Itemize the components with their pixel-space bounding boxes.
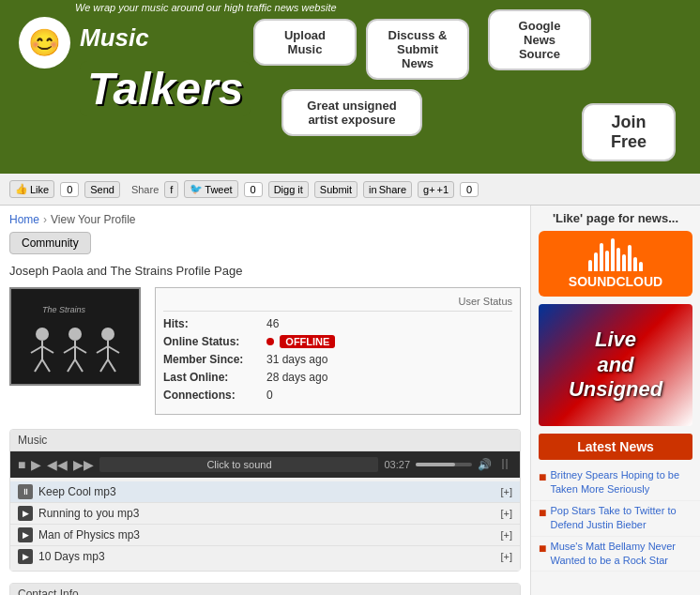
like-count: 0: [60, 182, 79, 197]
news-link-1[interactable]: Pop Stars Take to Twitter to Defend Just…: [550, 504, 692, 533]
main-container: Home › View Your Profile Community Josep…: [0, 206, 700, 595]
community-button[interactable]: Community: [9, 232, 91, 254]
wave-bar: [622, 254, 626, 271]
news-link-2[interactable]: Muse's Matt Bellamy Never Wanted to be a…: [550, 540, 692, 569]
discuss-submit-button[interactable]: Discuss &SubmitNews: [366, 19, 469, 80]
player-track-name: Click to sound: [99, 457, 378, 472]
upload-music-button[interactable]: UploadMusic: [253, 19, 357, 66]
track-name-2: Man of Physics mp3: [38, 528, 495, 542]
facebook-like-button[interactable]: 👍 Like: [9, 180, 54, 198]
player-next-button[interactable]: ▶▶: [73, 457, 94, 472]
stumbleupon-button[interactable]: Submit: [314, 181, 358, 198]
news-link-0[interactable]: Britney Spears Hoping to be Taken More S…: [550, 468, 692, 497]
player-stop-button[interactable]: ■: [18, 457, 25, 472]
status-header: User Status: [163, 296, 512, 312]
hits-value: 46: [266, 317, 279, 330]
wave-bar: [588, 260, 592, 271]
unsigned-artists-button[interactable]: Great unsignedartist exposure: [282, 89, 422, 136]
soundcloud-waves: [588, 238, 643, 271]
band-image: The Strains The Strains: [14, 292, 136, 381]
live-unsigned-text: LiveandUnsigned: [569, 328, 662, 402]
track-row: ▶ Running to you mp3 [+]: [10, 503, 520, 525]
fb-icon: f: [170, 184, 173, 195]
social-bar: 👍 Like 0 Send Share f 🐦 Tweet 0 Digg it …: [0, 174, 700, 206]
wave-bar: [594, 252, 598, 271]
hits-row: Hits: 46: [163, 317, 512, 330]
track-row: ⏸ Keep Cool mp3 [+]: [10, 481, 520, 503]
live-unsigned-button[interactable]: LiveandUnsigned: [539, 304, 692, 426]
last-online-row: Last Online: 28 days ago: [163, 371, 512, 384]
wave-bar: [639, 262, 643, 271]
player-volume-icon[interactable]: 🔊: [478, 458, 492, 471]
music-section-title: Music: [10, 430, 520, 451]
wave-bar: [633, 257, 637, 271]
svg-point-8: [68, 328, 82, 341]
player-progress-fill: [416, 463, 455, 466]
connections-label: Connections:: [163, 389, 266, 402]
logo-talkers-text: Talkers: [80, 61, 251, 116]
track-add-button-1[interactable]: [+]: [500, 508, 512, 519]
player-pause-icon[interactable]: ⏸: [497, 456, 512, 473]
track-name-3: 10 Days mp3: [38, 550, 495, 563]
share2-label: Share: [379, 184, 406, 195]
svg-point-2: [36, 328, 49, 341]
breadcrumb-arrow: ›: [43, 213, 47, 226]
svg-point-14: [101, 328, 114, 341]
tweet-count: 0: [244, 182, 263, 197]
track-add-button-0[interactable]: [+]: [500, 486, 512, 497]
player-time: 03:27: [384, 459, 410, 470]
linkedin-icon: in: [369, 184, 377, 195]
share-label: Share: [131, 184, 159, 195]
hits-label: Hits:: [163, 317, 266, 330]
breadcrumb: Home › View Your Profile: [9, 213, 521, 226]
site-header: We wrap your music around our high traff…: [0, 0, 700, 174]
track-name-1: Running to you mp3: [38, 507, 495, 520]
svg-text:The Strains: The Strains: [42, 305, 86, 314]
join-free-button[interactable]: JoinFree: [582, 103, 676, 161]
like-label: Like: [30, 184, 49, 195]
track-add-button-3[interactable]: [+]: [500, 551, 512, 562]
news-item-1: ■ Pop Stars Take to Twitter to Defend Ju…: [531, 501, 700, 537]
wave-bar: [611, 238, 615, 271]
contact-section: Contact Info Joseph Paola and The: [9, 583, 521, 595]
soundcloud-button[interactable]: SOUNDCLOUD: [539, 231, 692, 297]
google-plus-button[interactable]: g+ +1: [418, 181, 454, 198]
connections-value: 0: [266, 389, 273, 402]
digg-label: Digg it: [274, 184, 303, 195]
news-bullet-1: ■: [539, 504, 546, 521]
online-status-row: Online Status: OFFLINE: [163, 335, 512, 348]
mascot-icon: 😊: [19, 17, 70, 69]
player-play-button[interactable]: ▶: [31, 457, 41, 472]
site-logo: 😊 Music Talkers: [9, 9, 253, 164]
gplus-icon: g+: [423, 184, 435, 195]
track-play-button-1[interactable]: ▶: [18, 506, 33, 521]
last-online-label: Last Online:: [163, 371, 266, 384]
profile-title: Joseph Paola and The Strains Profile Pag…: [9, 264, 521, 278]
facebook-share-button[interactable]: f: [164, 181, 178, 198]
facebook-send-button[interactable]: Send: [84, 181, 120, 198]
track-add-button-2[interactable]: [+]: [500, 529, 512, 541]
player-progress[interactable]: [416, 463, 472, 466]
twitter-tweet-button[interactable]: 🐦 Tweet: [184, 180, 237, 198]
band-silhouette: The Strains: [14, 292, 136, 381]
linkedin-share-button[interactable]: in Share: [363, 181, 412, 198]
home-link[interactable]: Home: [9, 213, 39, 226]
last-online-value: 28 days ago: [266, 371, 327, 384]
track-pause-button-0[interactable]: ⏸: [18, 484, 33, 499]
send-label: Send: [90, 184, 114, 195]
track-play-button-3[interactable]: ▶: [18, 549, 33, 564]
profile-area: The Strains The Strains: [9, 287, 521, 415]
google-news-button[interactable]: GoogleNewsSource: [488, 9, 591, 70]
track-play-button-2[interactable]: ▶: [18, 527, 33, 542]
connections-row: Connections: 0: [163, 389, 512, 402]
wave-bar: [628, 245, 632, 271]
news-item-2: ■ Muse's Matt Bellamy Never Wanted to be…: [531, 537, 700, 572]
online-value: OFFLINE: [266, 335, 335, 348]
news-bullet-0: ■: [539, 468, 546, 485]
wave-bar: [600, 243, 603, 271]
digg-button[interactable]: Digg it: [268, 181, 309, 198]
track-list: ⏸ Keep Cool mp3 [+] ▶ Running to you mp3…: [10, 478, 520, 571]
breadcrumb-current: View Your Profile: [51, 213, 136, 226]
news-item-0: ■ Britney Spears Hoping to be Taken More…: [531, 465, 700, 501]
player-prev-button[interactable]: ◀◀: [47, 457, 68, 472]
